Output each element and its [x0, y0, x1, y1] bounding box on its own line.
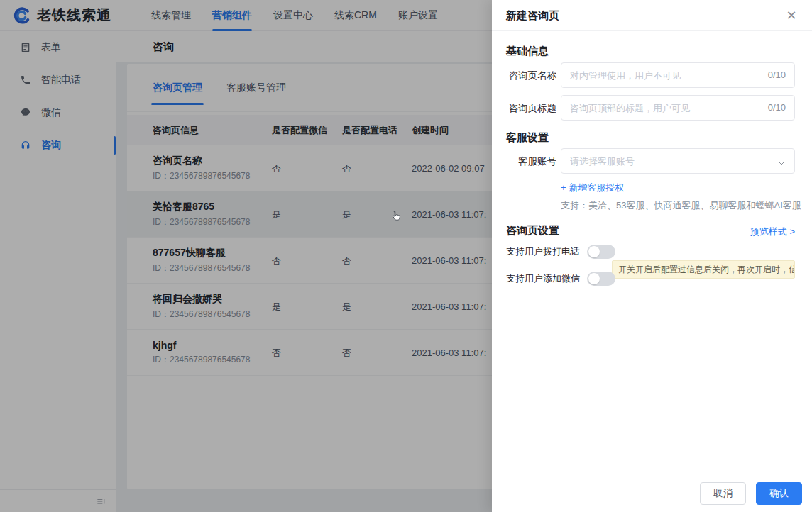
page-title-input-wrap: 0/10	[561, 95, 795, 121]
toggle-tooltip: 开关开启后配置过信息后关闭，再次开启时，信息保留	[612, 260, 795, 279]
service-account-select-input[interactable]	[570, 149, 747, 173]
allow-call-toggle[interactable]	[587, 245, 615, 259]
drawer-header: 新建咨询页 ✕	[492, 0, 812, 31]
chevron-down-icon	[777, 157, 786, 170]
section-title-basic-info: 基础信息	[506, 45, 549, 58]
page-name-counter: 0/10	[768, 69, 786, 80]
section-title-page-settings: 咨询页设置	[506, 224, 559, 238]
page-title-input[interactable]	[570, 96, 747, 120]
create-consult-page-drawer: 新建咨询页 ✕ 基础信息 咨询页名称 0/10 咨询页标题 0/10 客服设置 …	[492, 0, 812, 512]
toggle-knob	[588, 246, 600, 257]
field-label-page-title: 咨询页标题	[506, 102, 556, 115]
confirm-button[interactable]: 确认	[756, 482, 802, 505]
toggle-row-allow-call: 支持用户拨打电话	[506, 245, 615, 259]
page-name-input-wrap: 0/10	[561, 62, 795, 88]
section-title-service-settings: 客服设置	[506, 131, 549, 145]
page-title-counter: 0/10	[768, 102, 786, 113]
field-label-service-account: 客服账号	[506, 155, 556, 168]
preview-style-link[interactable]: 预览样式 >	[750, 226, 795, 238]
add-service-auth-link[interactable]: + 新增客服授权	[561, 182, 624, 194]
toggle-label-allow-call: 支持用户拨打电话	[506, 245, 580, 258]
toggle-row-allow-wechat: 支持用户添加微信	[506, 272, 615, 286]
field-label-page-name: 咨询页名称	[506, 69, 556, 82]
toggle-knob	[588, 273, 600, 284]
allow-wechat-toggle[interactable]	[587, 272, 615, 286]
app-window: 老铁线索通 线索管理 营销组件 设置中心 线索CRM 账户设置 表单 智能电话	[0, 0, 812, 512]
drawer-footer: 取消 确认	[492, 474, 812, 512]
close-icon[interactable]: ✕	[784, 8, 799, 23]
toggle-label-allow-wechat: 支持用户添加微信	[506, 272, 580, 285]
supported-providers-note: 支持：美洽、53客服、快商通客服、易聊客服和螳螂AI客服	[561, 199, 801, 212]
drawer-title: 新建咨询页	[506, 9, 559, 23]
page-name-input[interactable]	[570, 63, 747, 87]
cancel-button[interactable]: 取消	[700, 482, 746, 505]
service-account-select[interactable]	[561, 148, 795, 174]
